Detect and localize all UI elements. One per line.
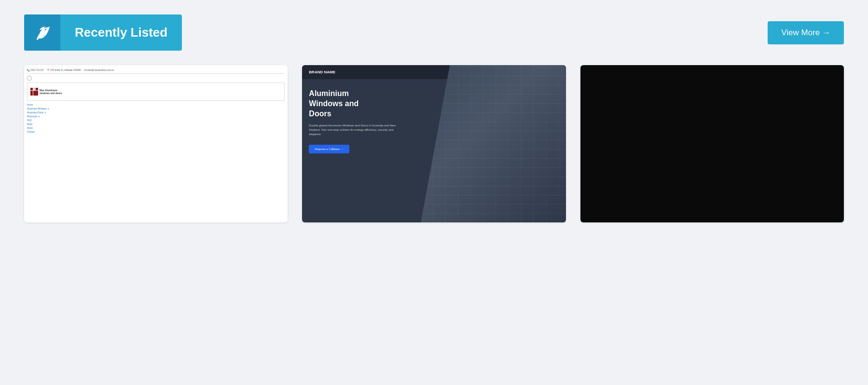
card-preview-3 [580, 65, 844, 222]
site1-logo: Max Aluminiumwindows and doors [30, 86, 281, 97]
card-preview-1: 📞 0433 715 107 📍 279 Grebe St, Adelaide … [24, 65, 288, 222]
cards-grid: 📞 0433 715 107 📍 279 Grebe St, Adelaide … [24, 65, 844, 222]
site2-hero-desc: Double glazed Aluminium Windows and Door… [309, 124, 396, 137]
site1-search [27, 76, 32, 81]
site1-topbar: 📞 0433 715 107 📍 279 Grebe St, Adelaide … [27, 68, 285, 74]
card-2: BRAND NAME About Aluminium Windows Conta… [302, 65, 565, 222]
badge-title: Recently Listed [60, 25, 182, 40]
view-more-button[interactable]: View More → [768, 21, 844, 44]
card-3: Movieandfilm.com 66/100 SCORE 78% PAGE S… [580, 65, 844, 222]
leaf-icon [34, 24, 51, 41]
card-preview-2: BRAND NAME About Aluminium Windows Conta… [302, 65, 565, 222]
recently-listed-badge: Recently Listed [24, 14, 182, 51]
site2-cta-btn: Request a Callback → [309, 145, 349, 153]
site1-nav: Home Aluminium Windows ∨ Aluminium Doors… [27, 103, 285, 134]
card-1: 📞 0433 715 107 📍 279 Grebe St, Adelaide … [24, 65, 288, 222]
header-row: Recently Listed View More → [24, 14, 844, 51]
badge-icon-box [24, 14, 60, 51]
